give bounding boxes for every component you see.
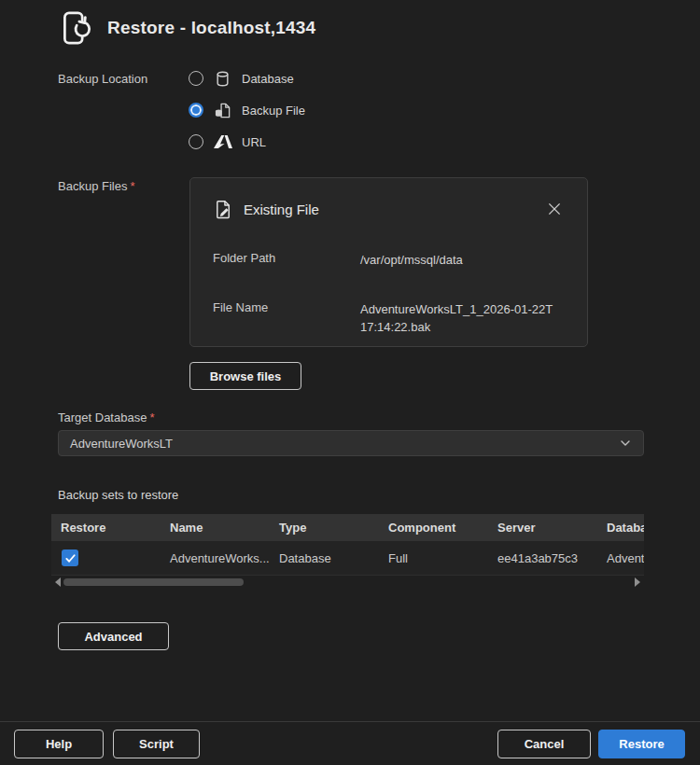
server-cell: ee41a3ab75c3 bbox=[488, 551, 597, 565]
radio-backup-file[interactable] bbox=[189, 103, 203, 118]
radio-option-database[interactable]: Database bbox=[189, 67, 305, 90]
database-icon bbox=[213, 69, 232, 89]
name-cell: AdventureWorks... bbox=[161, 551, 270, 565]
folder-path-value: /var/opt/mssql/data bbox=[360, 251, 556, 269]
target-database-value: AdventureWorksLT bbox=[70, 437, 619, 451]
page-title: Restore - localhost,1434 bbox=[107, 18, 315, 38]
radio-database-label: Database bbox=[242, 72, 294, 86]
type-cell: Database bbox=[270, 551, 379, 565]
column-header-database: Database bbox=[597, 521, 644, 535]
azure-icon bbox=[213, 132, 232, 152]
backup-files-label: Backup Files* bbox=[58, 179, 134, 193]
radio-url[interactable] bbox=[189, 134, 203, 149]
radio-option-url[interactable]: URL bbox=[189, 131, 305, 153]
column-header-type: Type bbox=[270, 521, 379, 535]
column-header-server: Server bbox=[488, 521, 597, 535]
script-button[interactable]: Script bbox=[113, 730, 200, 758]
folder-path-label: Folder Path bbox=[213, 251, 360, 269]
restore-checkbox[interactable] bbox=[62, 549, 78, 566]
backup-location-radio-group: Database Backup File bbox=[189, 67, 305, 153]
footer-divider bbox=[0, 721, 700, 722]
radio-database[interactable] bbox=[189, 71, 203, 86]
file-name-value: AdventureWorksLT_1_2026-01-22T17:14:22.b… bbox=[360, 300, 556, 336]
required-marker: * bbox=[149, 410, 154, 424]
file-edit-icon bbox=[213, 199, 234, 220]
column-header-component: Component bbox=[379, 521, 488, 535]
table-header-row: Restore Name Type Component Server Datab… bbox=[51, 514, 644, 541]
required-marker: * bbox=[130, 179, 134, 193]
horizontal-scrollbar[interactable] bbox=[51, 577, 644, 588]
file-name-row: File Name AdventureWorksLT_1_2026-01-22T… bbox=[213, 300, 556, 336]
scroll-left-icon[interactable] bbox=[55, 577, 61, 587]
existing-file-header: Existing File bbox=[213, 199, 319, 220]
target-database-label: Target Database* bbox=[58, 410, 154, 424]
help-button[interactable]: Help bbox=[14, 730, 104, 758]
scrollbar-thumb[interactable] bbox=[63, 578, 244, 586]
backup-sets-title: Backup sets to restore bbox=[58, 488, 178, 502]
database-cell: AdventureWorksLT bbox=[597, 551, 644, 565]
restore-cell bbox=[51, 549, 161, 566]
close-icon[interactable] bbox=[546, 201, 563, 217]
target-database-dropdown[interactable]: AdventureWorksLT bbox=[58, 430, 644, 456]
table-row[interactable]: AdventureWorks... Database Full ee41a3ab… bbox=[51, 541, 644, 576]
restore-button[interactable]: Restore bbox=[598, 730, 685, 758]
card-title: Existing File bbox=[244, 202, 319, 217]
radio-option-backup-file[interactable]: Backup File bbox=[189, 99, 305, 121]
backup-sets-table: Restore Name Type Component Server Datab… bbox=[51, 514, 644, 576]
chevron-down-icon bbox=[619, 437, 632, 450]
advanced-button[interactable]: Advanced bbox=[58, 622, 169, 650]
backup-file-icon bbox=[213, 101, 232, 120]
column-header-restore: Restore bbox=[51, 521, 161, 535]
cancel-button[interactable]: Cancel bbox=[497, 730, 591, 758]
existing-file-card: Existing File Folder Path /var/opt/mssql… bbox=[189, 177, 588, 347]
column-header-name: Name bbox=[161, 521, 270, 535]
file-name-label: File Name bbox=[213, 300, 360, 336]
folder-path-row: Folder Path /var/opt/mssql/data bbox=[213, 251, 556, 269]
scroll-right-icon[interactable] bbox=[635, 577, 640, 587]
radio-url-label: URL bbox=[242, 135, 266, 149]
dialog-header: Restore - localhost,1434 bbox=[53, 7, 315, 49]
component-cell: Full bbox=[379, 551, 488, 565]
database-restore-icon bbox=[53, 7, 94, 49]
radio-backup-file-label: Backup File bbox=[242, 104, 305, 118]
backup-location-label: Backup Location bbox=[58, 72, 147, 86]
browse-files-button[interactable]: Browse files bbox=[189, 362, 301, 390]
restore-dialog: Restore - localhost,1434 Backup Location… bbox=[0, 0, 700, 765]
